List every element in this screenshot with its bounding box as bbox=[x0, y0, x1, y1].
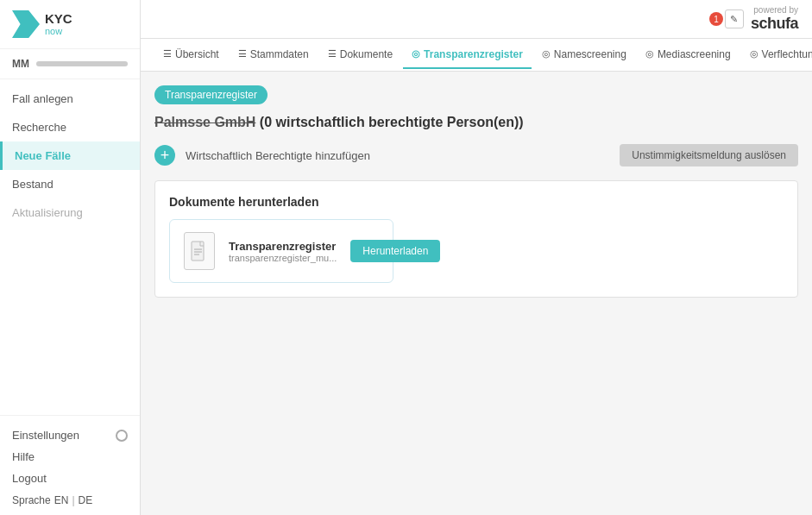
lang-de[interactable]: DE bbox=[79, 494, 93, 506]
unstimmigkeit-button[interactable]: Unstimmigkeitsmeldung auslösen bbox=[620, 144, 798, 166]
tab-stammdaten[interactable]: ☰ Stammdaten bbox=[230, 41, 318, 69]
document-card: Transparenzregister transparenzregister_… bbox=[169, 219, 393, 283]
sidebar-item-bestand-label: Bestand bbox=[12, 178, 54, 191]
settings-icon bbox=[116, 430, 128, 442]
document-filename: transparenzregister_mu... bbox=[229, 253, 337, 263]
documents-section: Dokumente herunterladen Transparenzregis… bbox=[154, 180, 798, 298]
tab-mediascreening-label: Mediascreening bbox=[658, 48, 731, 60]
sidebar-mm-bar: MM bbox=[0, 49, 140, 79]
status-badge: Transparenzregister bbox=[154, 85, 268, 104]
sidebar-item-fall-anlegen-label: Fall anlegen bbox=[12, 92, 73, 105]
sidebar-item-neue-faelle-label: Neue Fälle bbox=[15, 149, 71, 162]
logo-now-text: now bbox=[45, 26, 72, 36]
page-title: Palmsse GmbH (0 wirtschaftlich berechtig… bbox=[154, 115, 798, 130]
tab-mediascreening[interactable]: ◎ Mediascreening bbox=[637, 41, 740, 69]
action-row: + Wirtschaftlich Berechtigte hinzufügen … bbox=[154, 144, 798, 166]
sidebar-item-fall-anlegen[interactable]: Fall anlegen bbox=[0, 85, 140, 113]
sidebar-item-einstellungen[interactable]: Einstellungen bbox=[12, 424, 128, 446]
mm-label: MM bbox=[12, 58, 29, 70]
namescreening-icon: ◎ bbox=[542, 48, 551, 60]
sidebar: KYC now MM Fall anlegen Recherche Neue F… bbox=[0, 0, 141, 515]
sidebar-footer: Einstellungen Hilfe Logout Sprache EN | … bbox=[0, 415, 140, 515]
document-file-icon bbox=[184, 232, 215, 270]
sidebar-item-neue-faelle[interactable]: Neue Fälle bbox=[0, 141, 140, 170]
powered-by-text: powered by bbox=[753, 5, 798, 15]
mm-progress-bar bbox=[36, 61, 128, 66]
schufa-logo: schufa bbox=[751, 15, 798, 33]
notification-badge: 1 bbox=[709, 12, 723, 26]
sidebar-item-aktualisierung: Aktualisierung bbox=[0, 198, 140, 227]
sidebar-item-aktualisierung-label: Aktualisierung bbox=[12, 206, 83, 219]
tab-dokumente[interactable]: ☰ Dokumente bbox=[319, 41, 401, 69]
stammdaten-icon: ☰ bbox=[238, 48, 247, 60]
add-person-row: + Wirtschaftlich Berechtigte hinzufügen bbox=[154, 145, 370, 166]
verflechtungsgraph-icon: ◎ bbox=[750, 48, 758, 60]
svg-rect-0 bbox=[192, 242, 204, 261]
sprache-label: Sprache bbox=[12, 494, 51, 506]
sidebar-item-recherche[interactable]: Recherche bbox=[0, 113, 140, 141]
sidebar-item-recherche-label: Recherche bbox=[12, 121, 66, 134]
logo: KYC now bbox=[0, 0, 140, 49]
download-button[interactable]: Herunterladen bbox=[350, 240, 440, 262]
add-person-label: Wirtschaftlich Berechtigte hinzufügen bbox=[186, 149, 370, 162]
page-body: Transparenzregister Palmsse GmbH (0 wirt… bbox=[141, 72, 812, 515]
transparenzregister-icon: ◎ bbox=[412, 48, 420, 60]
tab-uebersicht[interactable]: ☰ Übersicht bbox=[154, 41, 228, 69]
logo-kyc-text: KYC bbox=[45, 12, 72, 27]
document-name: Transparenzregister bbox=[229, 240, 337, 253]
lang-en[interactable]: EN bbox=[54, 494, 69, 506]
notification-area: 1 ✎ bbox=[709, 9, 744, 28]
add-person-button[interactable]: + bbox=[154, 145, 175, 166]
logout-label: Logout bbox=[12, 472, 47, 485]
tab-namescreening-label: Namescreening bbox=[554, 48, 626, 60]
tab-verflechtungsgraph[interactable]: ◎ Verflechtungsgraph bbox=[741, 41, 812, 69]
sidebar-item-bestand[interactable]: Bestand bbox=[0, 170, 140, 198]
top-header: 1 ✎ powered by schufa bbox=[141, 0, 812, 39]
sidebar-item-hilfe[interactable]: Hilfe bbox=[12, 446, 128, 468]
tab-bar: ☰ Übersicht ☰ Stammdaten ☰ Dokumente ◎ T… bbox=[141, 39, 812, 72]
main-content: 1 ✎ powered by schufa ☰ Übersicht ☰ Stam… bbox=[141, 0, 812, 515]
powered-by: powered by schufa bbox=[751, 5, 798, 33]
language-row: Sprache EN | DE bbox=[12, 494, 128, 506]
tab-verflechtungsgraph-label: Verflechtungsgraph bbox=[762, 48, 812, 60]
documents-section-title: Dokumente herunterladen bbox=[169, 195, 784, 209]
tab-stammdaten-label: Stammdaten bbox=[250, 48, 309, 60]
sidebar-item-logout[interactable]: Logout bbox=[12, 468, 128, 489]
tab-transparenzregister[interactable]: ◎ Transparenzregister bbox=[403, 41, 532, 69]
tab-namescreening[interactable]: ◎ Namescreening bbox=[533, 41, 635, 69]
edit-icon-btn[interactable]: ✎ bbox=[725, 9, 744, 28]
uebersicht-icon: ☰ bbox=[163, 48, 172, 60]
hilfe-label: Hilfe bbox=[12, 450, 35, 463]
tab-dokumente-label: Dokumente bbox=[340, 48, 393, 60]
lang-separator: | bbox=[72, 494, 74, 506]
logo-text: KYC now bbox=[45, 12, 72, 37]
sidebar-nav: Fall anlegen Recherche Neue Fälle Bestan… bbox=[0, 79, 140, 415]
mediascreening-icon: ◎ bbox=[645, 48, 654, 60]
einstellungen-label: Einstellungen bbox=[12, 429, 79, 442]
dokumente-icon: ☰ bbox=[328, 48, 337, 60]
company-name-strikethrough: Palmsse GmbH bbox=[154, 115, 255, 129]
logo-icon bbox=[12, 10, 40, 38]
page-title-rest: (0 wirtschaftlich berechtigte Person(en)… bbox=[260, 115, 524, 129]
tab-uebersicht-label: Übersicht bbox=[175, 48, 219, 60]
document-info: Transparenzregister transparenzregister_… bbox=[229, 240, 337, 263]
tab-transparenzregister-label: Transparenzregister bbox=[424, 48, 523, 60]
